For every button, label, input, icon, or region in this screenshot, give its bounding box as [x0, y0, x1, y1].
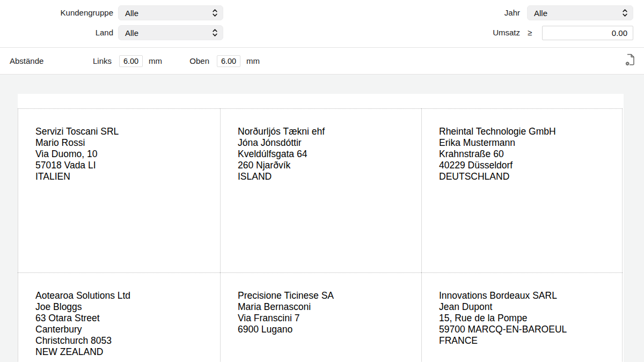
address-line: Jean Dupont	[439, 301, 617, 313]
up-down-chevron-icon	[622, 9, 628, 17]
page-setup-button[interactable]	[618, 48, 642, 74]
land-label: Land	[0, 25, 113, 40]
address-label: Rheintal Technologie GmbHErika Musterman…	[421, 108, 623, 272]
label-print-window: Kundengruppe Alle Land Alle Jahr Alle Um…	[0, 0, 644, 362]
abstaende-section-label: Abstände	[10, 48, 43, 74]
label-sheet-page: Servizi Toscani SRLMario RossiVia Duomo,…	[18, 94, 624, 362]
up-down-chevron-icon	[212, 28, 218, 37]
address-line: Via Franscini 7	[238, 313, 416, 324]
address-line: NEW ZEALAND	[35, 346, 215, 358]
address-line: Rheintal Technologie GmbH	[439, 126, 617, 137]
address-label: Servizi Toscani SRLMario RossiVia Duomo,…	[18, 108, 220, 272]
address-line: Jóna Jónsdóttir	[238, 137, 416, 149]
umsatz-input[interactable]	[542, 26, 633, 40]
address-line: Kveldúlfsgata 64	[238, 149, 416, 160]
jahr-select[interactable]: Alle	[527, 5, 633, 20]
address-line: 15, Rue de la Pompe	[439, 313, 617, 324]
filter-bar: Kundengruppe Alle Land Alle Jahr Alle Um…	[0, 0, 644, 47]
spacing-toolbar: Abstände Links mm Oben mm	[0, 48, 644, 74]
address-line: Erika Mustermann	[439, 137, 617, 149]
land-value: Alle	[125, 28, 138, 38]
address-line: 40229 Düsseldorf	[439, 160, 617, 171]
address-line: DEUTSCHLAND	[439, 171, 617, 182]
label-preview-area: Servizi Toscani SRLMario RossiVia Duomo,…	[0, 75, 644, 362]
address-line: ITALIEN	[35, 171, 215, 182]
oben-label: Oben	[161, 48, 209, 74]
address-line: Precisione Ticinese SA	[238, 290, 416, 301]
up-down-chevron-icon	[212, 9, 218, 17]
greater-equal-symbol: ≥	[528, 25, 532, 40]
address-line: Krahnstraße 60	[439, 149, 617, 160]
jahr-label: Jahr	[402, 5, 520, 20]
jahr-value: Alle	[534, 9, 547, 18]
address-line: 59700 MARCQ-EN-BAROEUL	[439, 324, 617, 335]
oben-unit-label: mm	[246, 48, 260, 74]
address-line: 57018 Vada LI	[35, 160, 215, 171]
address-line: Aotearoa Solutions Ltd	[35, 290, 215, 301]
address-line: Innovations Bordeaux SARL	[439, 290, 617, 301]
address-line: Christchurch 8053	[35, 335, 215, 346]
address-line: Servizi Toscani SRL	[35, 126, 215, 137]
address-line: Joe Bloggs	[35, 301, 215, 313]
kundengruppe-label: Kundengruppe	[0, 5, 113, 20]
umsatz-label: Umsatz	[402, 25, 520, 40]
address-line: 260 Njarðvík	[238, 160, 416, 171]
address-label: Aotearoa Solutions LtdJoe Bloggs63 Otara…	[18, 272, 220, 362]
kundengruppe-value: Alle	[125, 9, 138, 18]
address-line: 63 Otara Street	[35, 313, 215, 324]
address-line: ISLAND	[238, 171, 416, 182]
land-select[interactable]: Alle	[118, 25, 223, 40]
address-label: Norðurljós Tækni ehfJóna JónsdóttirKveld…	[220, 108, 421, 272]
address-line: Maria Bernasconi	[238, 301, 416, 313]
address-line: FRANCE	[439, 335, 617, 346]
links-unit-label: mm	[149, 48, 162, 74]
links-label: Links	[64, 48, 112, 74]
oben-spacing-input[interactable]	[217, 55, 240, 67]
address-line: Via Duomo, 10	[35, 149, 215, 160]
address-line: Canterbury	[35, 324, 215, 335]
gear	[626, 62, 630, 65]
address-label: Precisione Ticinese SAMaria BernasconiVi…	[220, 272, 421, 362]
document-gear-icon	[625, 53, 635, 69]
labels-grid: Servizi Toscani SRLMario RossiVia Duomo,…	[18, 108, 623, 362]
address-line: Mario Rossi	[35, 137, 215, 149]
address-line: 6900 Lugano	[238, 324, 416, 335]
address-label: Innovations Bordeaux SARLJean Dupont15, …	[421, 272, 623, 362]
kundengruppe-select[interactable]: Alle	[118, 5, 223, 20]
address-line: Norðurljós Tækni ehf	[238, 126, 416, 137]
links-spacing-input[interactable]	[119, 55, 143, 67]
